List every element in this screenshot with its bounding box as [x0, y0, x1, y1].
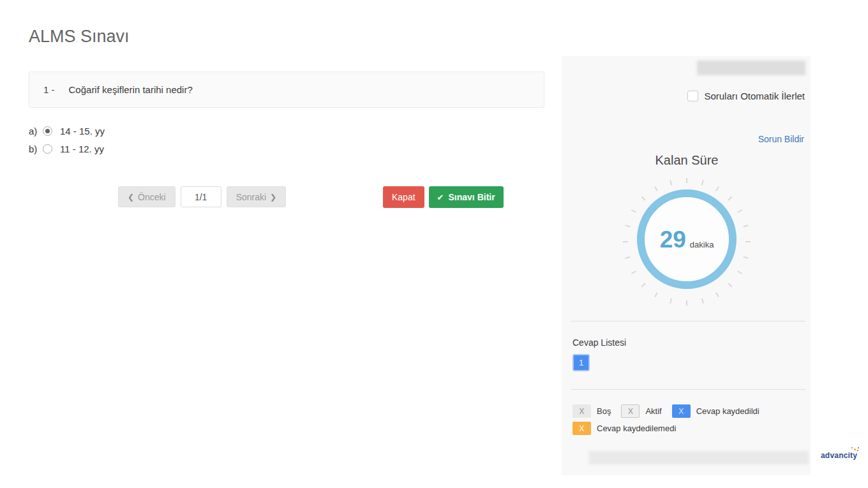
logo-spark-icon — [857, 450, 858, 451]
close-exam-button[interactable]: Kapat — [383, 186, 424, 208]
option-text: 14 - 15. yy — [60, 126, 105, 137]
answer-status-legend: XBoşXAktifXCevap kaydedildiXCevap kayded… — [572, 404, 778, 435]
countdown-timer: 29 dakika — [622, 174, 752, 304]
answer-list-title: Cevap Listesi — [572, 337, 626, 348]
sidebar-divider — [571, 321, 805, 322]
legend-badge-empty: X — [572, 404, 591, 418]
timer-tick — [744, 256, 749, 259]
exam-sidebar: Soruları Otomatik İlerlet Sorun Bildir K… — [562, 56, 811, 475]
logo-spark-icon — [858, 447, 859, 448]
auto-advance-toggle[interactable]: Soruları Otomatik İlerlet — [687, 91, 805, 101]
remaining-time-title: Kalan Süre — [562, 153, 812, 168]
answer-list: 1 — [572, 354, 590, 371]
chevron-left-icon: ❮ — [128, 193, 134, 202]
legend-badge-saved: X — [672, 404, 691, 418]
timer-tick — [728, 196, 732, 201]
timer-tick — [631, 209, 636, 213]
legend-label: Boş — [597, 406, 611, 416]
redacted-footer-text — [589, 451, 809, 464]
timer-tick — [670, 180, 672, 185]
timer-unit: dakika — [690, 240, 714, 249]
timer-tick — [625, 256, 630, 259]
timer-tick — [623, 241, 628, 242]
next-button-label: Sonraki — [236, 192, 266, 202]
timer-tick — [715, 186, 719, 191]
legend-item-saved: XCevap kaydedildi — [672, 404, 760, 418]
timer-tick — [737, 270, 742, 274]
timer-tick — [686, 300, 687, 306]
finish-button-label: Sınavı Bitir — [449, 192, 495, 202]
legend-label: Cevap kaydedildi — [696, 406, 760, 416]
timer-tick — [631, 270, 636, 274]
advancity-logo: advancity — [821, 451, 857, 460]
page-title: ALMS Sınavı — [29, 27, 130, 47]
radio-dot — [45, 129, 50, 133]
answer-options: a)14 - 15. yyb)11 - 12. yy — [29, 122, 105, 158]
timer-tick — [715, 292, 719, 297]
option-letter: a) — [29, 126, 43, 137]
timer-tick — [701, 180, 704, 185]
option-row: b)11 - 12. yy — [29, 140, 105, 158]
timer-tick — [728, 283, 732, 287]
redacted-exam-name — [697, 61, 805, 75]
question-text: Coğarif keşiflerin tarihi nedir? — [69, 84, 193, 95]
timer-tick — [641, 196, 646, 201]
question-number: 1 - — [43, 84, 55, 95]
previous-button-label: Önceki — [138, 192, 166, 202]
option-radio[interactable] — [43, 144, 52, 154]
timer-ring: 29 dakika — [637, 189, 737, 289]
advancity-logo-text: advancity — [821, 451, 857, 460]
previous-question-button[interactable]: ❮ Önceki — [118, 186, 176, 207]
question-navigation: ❮ Önceki Sonraki ❯ — [118, 186, 286, 207]
legend-label: Cevap kaydedilemedi — [597, 424, 676, 433]
finish-exam-button[interactable]: ✔ Sınavı Bitir — [429, 186, 504, 208]
logo-spark-icon — [851, 447, 853, 448]
timer-tick — [654, 292, 658, 297]
timer-tick — [641, 283, 646, 287]
legend-badge-active: X — [621, 404, 640, 418]
next-question-button[interactable]: Sonraki ❯ — [227, 186, 287, 207]
report-problem-link[interactable]: Sorun Bildir — [758, 134, 804, 144]
timer-tick — [744, 225, 749, 227]
chevron-right-icon: ❯ — [270, 193, 276, 202]
timer-tick — [625, 225, 630, 227]
legend-item-empty: XBoş — [572, 404, 611, 418]
option-row: a)14 - 15. yy — [29, 122, 105, 140]
timer-tick — [686, 178, 687, 183]
sidebar-divider — [571, 389, 805, 390]
page-indicator-input[interactable] — [181, 186, 221, 207]
timer-tick — [670, 299, 672, 304]
timer-value: 29 — [660, 228, 686, 251]
timer-tick — [737, 209, 742, 213]
check-icon: ✔ — [437, 193, 444, 202]
legend-badge-unsaved: X — [572, 422, 591, 435]
question-box: 1 - Coğarif keşiflerin tarihi nedir? — [29, 71, 544, 108]
option-radio[interactable] — [43, 126, 52, 136]
auto-advance-label: Soruları Otomatik İlerlet — [704, 91, 805, 101]
timer-tick — [745, 241, 751, 242]
exam-actions: Kapat ✔ Sınavı Bitir — [383, 186, 504, 208]
answer-chip-1[interactable]: 1 — [572, 354, 590, 371]
timer-tick — [701, 299, 704, 304]
legend-item-active: XAktif — [621, 404, 661, 418]
legend-item-unsaved: XCevap kaydedilemedi — [572, 422, 676, 435]
option-text: 11 - 12. yy — [60, 144, 104, 154]
option-letter: b) — [29, 144, 43, 154]
exam-page: ALMS Sınavı 1 - Coğarif keşiflerin tarih… — [0, 0, 868, 488]
timer-tick — [654, 186, 658, 191]
legend-label: Aktif — [645, 406, 661, 416]
logo-spark-icon — [854, 448, 856, 450]
auto-advance-checkbox[interactable] — [687, 91, 698, 101]
